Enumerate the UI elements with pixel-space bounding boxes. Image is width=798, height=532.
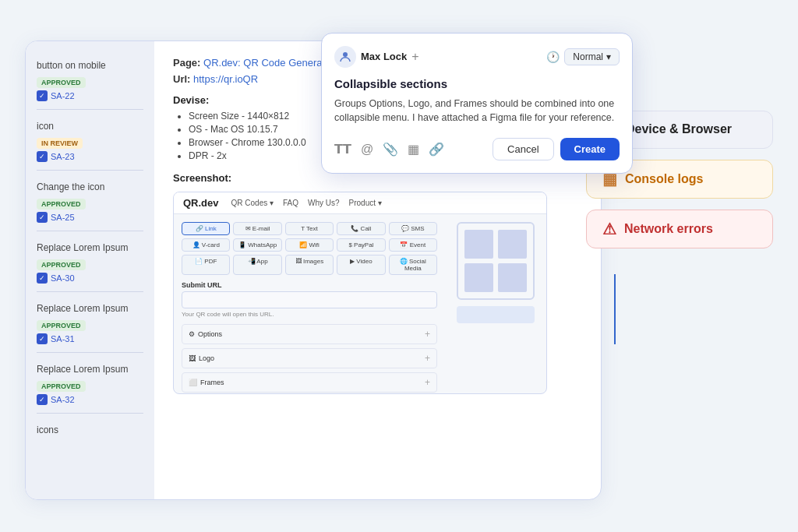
ticket-1[interactable]: ✓ SA-23 (37, 151, 143, 162)
divider-0 (37, 109, 143, 110)
cancel-button[interactable]: Cancel (493, 138, 553, 160)
badge-approved-2: APPROVED (37, 199, 86, 210)
preview-body: 🔗 Link ✉ E-mail T Text 📞 Call 💬 SMS 👤 V-… (174, 214, 546, 393)
pill-network[interactable]: ⚠ Network errors (586, 210, 773, 248)
warning-icon: ⚠ (602, 220, 616, 238)
qr-block-bl (464, 263, 493, 292)
status-badge[interactable]: Normal ▾ (564, 48, 620, 65)
qr-type-email[interactable]: ✉ E-mail (233, 222, 281, 235)
url-input-box[interactable] (182, 291, 437, 308)
link-icon[interactable]: 🔗 (429, 142, 444, 157)
qr-type-sms[interactable]: 💬 SMS (389, 222, 437, 235)
page-label: Page: (173, 57, 200, 69)
ticket-3[interactable]: ✓ SA-30 (37, 273, 143, 284)
qr-type-images[interactable]: 🖼 Images (285, 255, 334, 275)
accordion-frames[interactable]: ⬜ Frames + (182, 372, 437, 393)
preview-right (445, 214, 546, 393)
submit-url-label: Submit URL (182, 281, 437, 289)
screenshot-preview: QR.dev QR Codes ▾ FAQ Why Us? Product ▾ … (173, 192, 547, 394)
qr-type-video[interactable]: ▶ Video (337, 255, 385, 275)
sidebar-item-6[interactable]: icons (26, 418, 154, 442)
qr-type-link[interactable]: 🔗 Link (182, 222, 230, 235)
url-hint: Your QR code will open this URL. (182, 311, 437, 318)
preview-logo: QR.dev (183, 197, 219, 209)
divider-4 (37, 352, 143, 353)
sidebar-item-4[interactable]: Replace Lorem Ipsum APPROVED ✓ SA-31 (26, 297, 154, 347)
comment-author: Max Lock + (334, 46, 419, 68)
comment-header: Max Lock + 🕐 Normal ▾ (334, 46, 620, 68)
qr-type-text[interactable]: T Text (285, 222, 334, 235)
accordion-logo[interactable]: 🖼 Logo + (182, 348, 437, 368)
sidebar-item-title-3: Replace Lorem Ipsum (37, 242, 143, 253)
ticket-5[interactable]: ✓ SA-32 (37, 394, 143, 405)
comment-body: Groups Options, Logo, and Frames should … (334, 97, 620, 126)
clock-icon: 🕐 (546, 51, 560, 63)
ticket-0[interactable]: ✓ SA-22 (37, 90, 143, 101)
divider-2 (37, 231, 143, 231)
badge-inreview-1: IN REVIEW (37, 138, 83, 149)
pill-device-label: Device & Browser (626, 122, 732, 136)
comment-status: 🕐 Normal ▾ (546, 48, 620, 65)
badge-approved-3: APPROVED (37, 259, 86, 270)
nav-qr[interactable]: QR Codes ▾ (231, 199, 274, 207)
toolbar-actions: Cancel Create (493, 138, 620, 160)
nav-why[interactable]: Why Us? (308, 199, 340, 207)
qr-type-call[interactable]: 📞 Call (337, 222, 385, 235)
sidebar-item-0[interactable]: button on mobile APPROVED ✓ SA-22 (26, 54, 154, 104)
sidebar-item-title-2: Change the icon (37, 181, 143, 192)
add-icon[interactable]: + (411, 50, 418, 64)
sidebar-item-5[interactable]: Replace Lorem Ipsum APPROVED ✓ SA-32 (26, 358, 154, 408)
pill-network-label: Network errors (624, 222, 713, 236)
qr-type-wa[interactable]: 📱 WhatsApp (233, 238, 281, 252)
sidebar-item-1[interactable]: icon IN REVIEW ✓ SA-23 (26, 115, 154, 165)
nav-product[interactable]: Product ▾ (349, 199, 382, 207)
checkbox-0: ✓ (37, 90, 48, 101)
accordion-logo-plus: + (425, 353, 430, 364)
divider-1 (37, 170, 143, 171)
sidebar-item-3[interactable]: Replace Lorem Ipsum APPROVED ✓ SA-30 (26, 236, 154, 287)
accordion-logo-label: 🖼 Logo (189, 354, 214, 362)
status-label: Normal (573, 51, 603, 62)
qr-type-wifi[interactable]: 📶 Wifi (285, 238, 334, 252)
qr-type-social[interactable]: 🌐 Social Media (389, 255, 437, 275)
download-btn-placeholder (457, 306, 535, 323)
qr-block-tr (498, 230, 527, 259)
accordion-frames-plus: + (425, 377, 430, 388)
qr-type-event[interactable]: 📅 Event (389, 238, 437, 252)
sidebar-item-title-6: icons (37, 425, 143, 435)
attach-icon[interactable]: 📎 (383, 142, 398, 157)
badge-approved-4: APPROVED (37, 320, 86, 331)
accordion-options[interactable]: ⚙ Options + (182, 324, 437, 344)
create-button[interactable]: Create (560, 138, 620, 160)
nav-faq[interactable]: FAQ (283, 199, 298, 207)
table-icon[interactable]: ▦ (408, 142, 419, 157)
connector-line (614, 274, 616, 344)
svg-point-0 (343, 52, 348, 57)
sidebar-item-title-1: icon (37, 121, 143, 132)
ticket-2[interactable]: ✓ SA-25 (37, 212, 143, 223)
checkbox-1: ✓ (37, 151, 48, 162)
sidebar-item-title-0: button on mobile (37, 60, 143, 71)
outer-container: button on mobile APPROVED ✓ SA-22 icon I… (25, 17, 773, 516)
accordion-frames-label: ⬜ Frames (189, 379, 224, 386)
qr-placeholder (457, 222, 535, 300)
checkbox-3: ✓ (37, 273, 48, 284)
sidebar-item-2[interactable]: Change the icon APPROVED ✓ SA-25 (26, 175, 154, 226)
ticket-4[interactable]: ✓ SA-31 (37, 333, 143, 344)
at-icon[interactable]: @ (361, 143, 373, 157)
sidebar: button on mobile APPROVED ✓ SA-22 icon I… (26, 41, 154, 499)
url-link[interactable]: https://qr.ioQR (193, 73, 258, 85)
sidebar-item-title-5: Replace Lorem Ipsum (37, 364, 143, 375)
qr-type-pdf[interactable]: 📄 PDF (182, 255, 230, 275)
qr-type-app[interactable]: 📲 App (233, 255, 281, 275)
divider-3 (37, 291, 143, 292)
text-format-icon[interactable]: 𝗧𝗧 (334, 142, 351, 157)
qr-block-br (498, 263, 527, 292)
preview-header: QR.dev QR Codes ▾ FAQ Why Us? Product ▾ (174, 192, 546, 214)
qr-type-vcard[interactable]: 👤 V-card (182, 238, 230, 252)
pill-console-label: Console logs (625, 172, 703, 186)
accordion-options-plus: + (425, 329, 430, 340)
qr-type-paypal[interactable]: $ PayPal (337, 238, 385, 252)
preview-left: 🔗 Link ✉ E-mail T Text 📞 Call 💬 SMS 👤 V-… (174, 214, 445, 393)
url-label: Url: (173, 73, 190, 85)
